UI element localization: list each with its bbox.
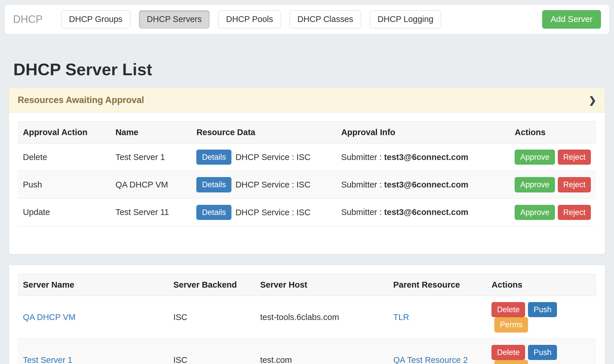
submitter-prefix: Submitter : (341, 180, 384, 189)
server-backend-cell: ISC (168, 339, 255, 364)
reject-button[interactable]: Reject (558, 205, 591, 220)
approval-info-cell: Submitter : test3@6connect.com (336, 143, 509, 171)
approve-button[interactable]: Approve (515, 205, 555, 220)
col-approval-action: Approval Action (18, 121, 110, 143)
server-name-cell: QA DHCP VM (18, 296, 168, 339)
approvals-panel-body: Approval Action Name Resource Data Appro… (9, 113, 605, 254)
server-host-cell: test.com (255, 339, 388, 364)
server-list-panel-body: Server Name Server Backend Server Host P… (9, 265, 605, 364)
approval-actions-cell: ApproveReject (509, 143, 596, 171)
perms-button[interactable]: Perms (494, 317, 528, 332)
parent-resource-link[interactable]: QA Test Resource 2 (393, 355, 468, 364)
approvals-table: Approval Action Name Resource Data Appro… (18, 121, 596, 226)
approval-info-cell: Submitter : test3@6connect.com (336, 198, 509, 226)
server-actions-cell: DeletePushPerms (486, 339, 596, 364)
approvals-panel: Resources Awaiting Approval ❯ Approval A… (9, 88, 605, 254)
approve-button[interactable]: Approve (515, 177, 555, 192)
approval-row: Update Test Server 11 DetailsDHCP Servic… (18, 198, 596, 226)
parent-resource-link[interactable]: TLR (393, 312, 409, 322)
top-navbar: DHCP DHCP Groups DHCP Servers DHCP Pools… (5, 5, 609, 34)
server-host-cell: test-tools.6clabs.com (255, 296, 388, 339)
col-server-host: Server Host (255, 274, 388, 296)
details-button[interactable]: Details (196, 177, 231, 192)
resource-data-text: DHCP Service : ISC (235, 207, 310, 217)
main-content: DHCP Server List Resources Awaiting Appr… (0, 60, 614, 364)
server-name-link[interactable]: QA DHCP VM (23, 312, 76, 322)
approve-button[interactable]: Approve (515, 150, 555, 165)
approval-name-cell: Test Server 1 (110, 143, 191, 171)
push-button[interactable]: Push (528, 302, 557, 317)
add-server-button[interactable]: Add Server (542, 10, 601, 29)
details-button[interactable]: Details (196, 150, 231, 165)
server-name-cell: Test Server 1 (18, 339, 168, 364)
details-button[interactable]: Details (196, 205, 231, 220)
approval-action-cell: Push (18, 171, 110, 198)
tab-dhcp-pools[interactable]: DHCP Pools (218, 10, 281, 28)
approvals-panel-header[interactable]: Resources Awaiting Approval ❯ (9, 88, 605, 113)
col-resource-data: Resource Data (191, 121, 336, 143)
approvals-header-row: Approval Action Name Resource Data Appro… (18, 121, 596, 143)
approval-actions-cell: ApproveReject (509, 198, 596, 226)
tab-dhcp-groups[interactable]: DHCP Groups (61, 10, 130, 28)
server-header-row: Server Name Server Backend Server Host P… (18, 274, 596, 296)
brand-label: DHCP (13, 13, 43, 25)
parent-resource-cell: QA Test Resource 2 (388, 339, 487, 364)
reject-button[interactable]: Reject (558, 177, 591, 192)
approval-actions-cell: ApproveReject (509, 171, 596, 198)
push-button[interactable]: Push (528, 345, 557, 360)
col-server-name: Server Name (18, 274, 168, 296)
approval-name-cell: QA DHCP VM (110, 171, 191, 198)
approvals-panel-title: Resources Awaiting Approval (18, 95, 144, 105)
server-row: Test Server 1 ISC test.com QA Test Resou… (18, 339, 596, 364)
delete-button[interactable]: Delete (491, 345, 525, 360)
server-row: QA DHCP VM ISC test-tools.6clabs.com TLR… (18, 296, 596, 339)
approval-resource-cell: DetailsDHCP Service : ISC (191, 171, 336, 198)
resource-data-text: DHCP Service : ISC (235, 152, 310, 162)
approval-row: Delete Test Server 1 DetailsDHCP Service… (18, 143, 596, 171)
col-server-actions: Actions (486, 274, 596, 296)
server-backend-cell: ISC (168, 296, 255, 339)
approval-resource-cell: DetailsDHCP Service : ISC (191, 143, 336, 171)
col-server-backend: Server Backend (168, 274, 255, 296)
col-approval-info: Approval Info (336, 121, 509, 143)
submitter-email: test3@6connect.com (384, 207, 468, 217)
col-approval-actions: Actions (509, 121, 596, 143)
approval-action-cell: Update (18, 198, 110, 226)
tab-dhcp-logging[interactable]: DHCP Logging (370, 10, 441, 28)
page-title: DHCP Server List (13, 60, 605, 79)
perms-button[interactable]: Perms (494, 360, 528, 364)
submitter-email: test3@6connect.com (384, 180, 468, 189)
approval-action-cell: Delete (18, 143, 110, 171)
tab-dhcp-classes[interactable]: DHCP Classes (290, 10, 361, 28)
col-parent-resource: Parent Resource (388, 274, 487, 296)
approval-name-cell: Test Server 11 (110, 198, 191, 226)
resource-data-text: DHCP Service : ISC (235, 180, 310, 189)
parent-resource-cell: TLR (388, 296, 487, 339)
approval-row: Push QA DHCP VM DetailsDHCP Service : IS… (18, 171, 596, 198)
delete-button[interactable]: Delete (491, 302, 525, 317)
col-approval-name: Name (110, 121, 191, 143)
approval-info-cell: Submitter : test3@6connect.com (336, 171, 509, 198)
submitter-prefix: Submitter : (341, 152, 384, 162)
chevron-right-icon[interactable]: ❯ (589, 95, 596, 105)
server-actions-cell: DeletePushPerms (486, 296, 596, 339)
server-name-link[interactable]: Test Server 1 (23, 355, 72, 364)
submitter-prefix: Submitter : (341, 207, 384, 217)
server-list-panel: Server Name Server Backend Server Host P… (9, 265, 605, 364)
reject-button[interactable]: Reject (558, 150, 591, 165)
tab-dhcp-servers[interactable]: DHCP Servers (139, 10, 210, 28)
submitter-email: test3@6connect.com (384, 152, 468, 162)
approval-resource-cell: DetailsDHCP Service : ISC (191, 198, 336, 226)
server-table: Server Name Server Backend Server Host P… (18, 274, 596, 364)
